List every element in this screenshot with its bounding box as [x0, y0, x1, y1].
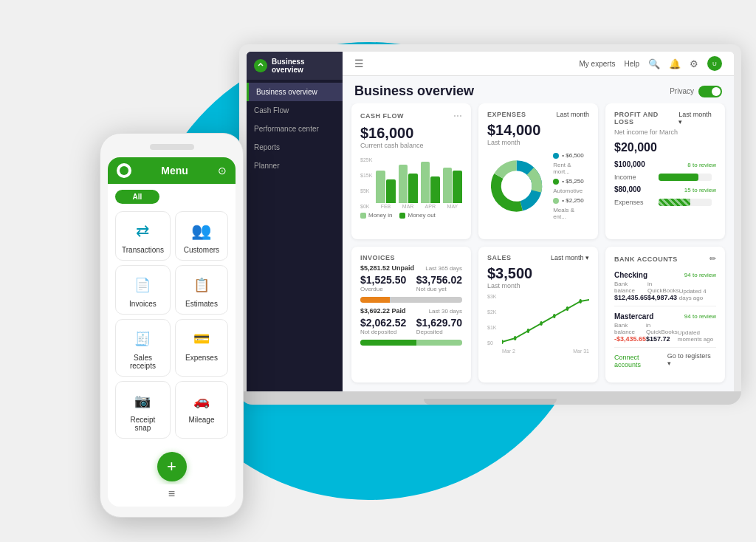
phone-grid-mileage[interactable]: 🚗 Mileage — [175, 381, 228, 439]
bar-pair-mar — [399, 159, 418, 203]
pl-income-review[interactable]: 8 to review — [687, 162, 716, 168]
donut-rent-label: Rent & mort... — [553, 162, 589, 175]
bank-connect-link[interactable]: Connect accounts — [614, 354, 667, 368]
expenses-icon: 💳 — [188, 329, 215, 349]
bank-mastercard-name: Mastercard — [614, 312, 653, 320]
bank-edit-icon[interactable]: ✏ — [709, 254, 716, 264]
search-icon[interactable]: 🔍 — [648, 58, 660, 69]
laptop-base — [239, 391, 741, 405]
invoices-unpaid-section: $5,281.52 Unpaid Last 365 days $1,525.50… — [360, 264, 462, 303]
laptop-screen: Business overview Business overview Cash… — [247, 52, 734, 391]
invoices-deposited-label: Deposited — [416, 329, 462, 335]
svg-point-6 — [514, 336, 517, 340]
bank-header: BANK ACCOUNTS ✏ — [614, 254, 716, 264]
expenses-label: Expenses — [185, 354, 218, 362]
bar-groups: FEB MAR — [376, 159, 462, 209]
settings-icon[interactable]: ⚙ — [690, 58, 698, 69]
bank-accounts-card: BANK ACCOUNTS ✏ Checking 94 to review — [605, 247, 725, 383]
phone-search-icon[interactable]: ⊙ — [218, 165, 227, 176]
sales-filter[interactable]: Last month ▾ — [551, 254, 589, 261]
phone-grid-invoices[interactable]: 📄 Invoices — [115, 265, 171, 315]
phone-hamburger-icon[interactable]: ≡ — [168, 487, 175, 501]
invoices-deposited-amount: $1,629.70 — [416, 317, 462, 329]
cash-flow-menu[interactable]: ⋯ — [453, 111, 462, 121]
invoices-not-due-label: Not due yet — [416, 286, 462, 292]
legend-in-label: Money in — [368, 212, 392, 219]
sales-x-end: Mar 31 — [573, 349, 589, 354]
sales-title: SALES — [487, 254, 512, 261]
sales-chart: $3K $2K $1K $0 — [487, 294, 589, 360]
svg-point-0 — [256, 61, 265, 70]
bank-mastercard-review[interactable]: 94 to review — [684, 313, 716, 320]
phone-grid-transactions[interactable]: ⇄ Transactions — [115, 211, 171, 261]
invoices-paid-progress — [360, 340, 462, 346]
sidebar-header: Business overview — [247, 52, 343, 80]
expenses-subtitle: Last month — [487, 139, 589, 146]
top-nav: ☰ My experts Help 🔍 🔔 ⚙ U — [343, 52, 734, 76]
pl-expenses-section: $80,000 15 to review Expenses — [614, 185, 716, 206]
user-avatar[interactable]: U — [707, 56, 722, 71]
bank-mastercard-balance-col: Bank balance -$3,435.65 — [614, 322, 646, 343]
receipt-snap-label: Receipt snap — [122, 416, 164, 432]
bank-go-to-registers[interactable]: Go to registers ▾ — [667, 352, 716, 367]
sidebar-logo — [254, 59, 267, 72]
help-link[interactable]: Help — [624, 60, 639, 68]
my-experts-link[interactable]: My experts — [580, 60, 616, 68]
sidebar-item-business-overview[interactable]: Business overview — [247, 83, 343, 101]
laptop-bezel: Business overview Business overview Cash… — [239, 44, 741, 391]
bank-mastercard-updated: Updated moments ago — [678, 329, 716, 343]
pl-filter[interactable]: Last month ▾ — [678, 111, 716, 126]
not-due-bar-segment — [390, 297, 462, 303]
bar-apr-in — [421, 162, 430, 203]
invoices-paid-amounts: $2,062.52 Not deposited $1,629.70 Deposi… — [360, 317, 462, 335]
phone-grid-estimates[interactable]: 📋 Estimates — [175, 265, 228, 315]
phone-menu-title: Menu — [161, 165, 188, 176]
phone-notch — [150, 144, 194, 150]
sales-receipts-icon: 🧾 — [129, 329, 156, 349]
pl-expenses-review[interactable]: 15 to review — [684, 187, 716, 193]
bell-icon[interactable]: 🔔 — [669, 58, 681, 69]
invoices-label: Invoices — [129, 300, 157, 308]
donut-chart-svg — [487, 157, 546, 216]
mileage-label: Mileage — [188, 416, 214, 424]
sales-y-axis: $3K $2K $1K $0 — [487, 294, 496, 346]
phone-grid-sales-receipts[interactable]: 🧾 Sales receipts — [115, 319, 171, 377]
top-nav-left: ☰ — [354, 58, 364, 69]
phone-filter-all[interactable]: All — [115, 190, 159, 204]
donut-meals-amount: • $2,250 — [562, 197, 584, 204]
sidebar-item-reports[interactable]: Reports — [247, 138, 343, 157]
privacy-toggle-switch[interactable] — [698, 86, 722, 97]
phone-menu-grid: ⇄ Transactions 👥 Customers 📄 Invoices 📋 … — [108, 207, 236, 446]
cash-flow-card: CASH FLOW ⋯ $16,000 Current cash balance… — [351, 103, 471, 239]
expenses-filter[interactable]: Last month — [556, 111, 589, 118]
phone-grid-expenses[interactable]: 💳 Expenses — [175, 319, 228, 377]
bank-title: BANK ACCOUNTS — [614, 255, 678, 263]
invoices-unpaid-label: $5,281.52 Unpaid — [360, 264, 414, 272]
svg-point-5 — [502, 340, 504, 344]
phone-grid-customers[interactable]: 👥 Customers — [175, 211, 228, 261]
sales-receipts-label: Sales receipts — [122, 354, 164, 370]
sales-subtitle: Last month — [487, 282, 589, 289]
pl-income-label: Income — [614, 174, 651, 181]
expenses-header: EXPENSES Last month — [487, 111, 589, 118]
app-layout: Business overview Business overview Cash… — [247, 52, 734, 391]
bank-checking-row: Checking 94 to review Bank balance $12,4… — [614, 267, 716, 306]
sidebar-item-performance[interactable]: Performance center — [247, 120, 343, 138]
pl-expenses-bar-container — [659, 199, 712, 206]
phone-grid-receipt-snap[interactable]: 📷 Receipt snap — [115, 381, 171, 439]
phone-fab-button[interactable]: + — [157, 452, 187, 481]
legend-money-out: Money out — [399, 212, 435, 219]
sidebar-item-planner[interactable]: Planner — [247, 157, 343, 175]
customers-label: Customers — [184, 246, 219, 254]
cash-flow-amount: $16,000 — [360, 124, 462, 142]
hamburger-icon[interactable]: ☰ — [354, 58, 364, 69]
phone-screen: Menu ⊙ All ⇄ Transactions 👥 Customers — [108, 157, 236, 507]
bank-qb-label: in QuickBooks — [647, 281, 679, 294]
pl-expenses-amount: $80,000 — [614, 185, 641, 193]
sales-amount: $3,500 — [487, 264, 589, 282]
bank-checking-review[interactable]: 94 to review — [684, 272, 716, 278]
phone-logo-inner — [120, 166, 128, 175]
privacy-toggle[interactable]: Privacy — [670, 86, 722, 97]
sidebar-item-cash-flow[interactable]: Cash Flow — [247, 101, 343, 120]
pl-expenses-bar — [659, 199, 690, 206]
